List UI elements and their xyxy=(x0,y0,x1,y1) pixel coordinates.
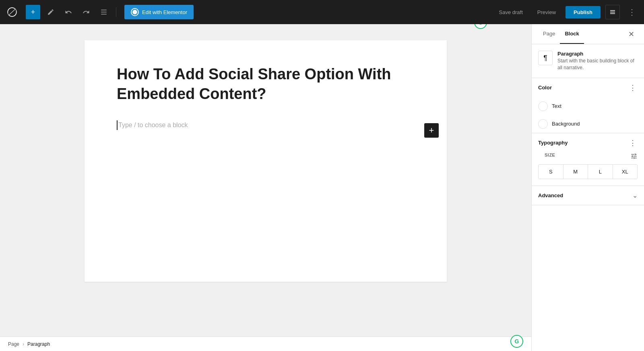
block-info: ¶ Paragraph Start with the basic buildin… xyxy=(532,44,644,78)
text-color-option: Text xyxy=(532,97,644,115)
sidebar-tabs: Page Block ✕ xyxy=(532,24,644,44)
wordpress-logo[interactable] xyxy=(5,5,19,19)
size-m-button[interactable]: M xyxy=(564,165,588,179)
block-placeholder[interactable]: Type / to choose a block xyxy=(117,120,415,130)
block-description: Start with the basic building block of a… xyxy=(557,58,638,71)
typography-section-title: Typography xyxy=(538,140,568,146)
list-view-button[interactable] xyxy=(97,5,111,19)
color-more-button[interactable]: ⋮ xyxy=(628,83,638,93)
advanced-chevron-icon: ⌄ xyxy=(632,192,638,199)
sidebar-close-button[interactable]: ✕ xyxy=(625,24,638,44)
redo-button[interactable] xyxy=(79,5,93,19)
background-color-label: Background xyxy=(552,121,580,127)
breadcrumb-paragraph[interactable]: Paragraph xyxy=(27,341,50,347)
size-label: SIZE xyxy=(538,153,561,161)
advanced-section: Advanced ⌄ xyxy=(532,186,644,205)
color-section-title: Color xyxy=(538,85,552,91)
more-options-button[interactable]: ⋮ xyxy=(625,5,639,19)
right-sidebar: Page Block ✕ ¶ Paragraph Start with the … xyxy=(531,24,644,351)
breadcrumb-page[interactable]: Page xyxy=(8,341,19,347)
tools-button[interactable] xyxy=(43,5,58,19)
tab-page[interactable]: Page xyxy=(538,24,560,44)
edit-with-elementor-button[interactable]: Edit with Elementor xyxy=(124,5,194,19)
size-buttons-group: S M L XL xyxy=(538,164,638,179)
elementor-icon xyxy=(131,8,139,16)
toolbar-divider xyxy=(116,7,116,17)
text-color-swatch[interactable] xyxy=(538,101,548,111)
breadcrumb-separator: › xyxy=(23,341,24,347)
add-block-button[interactable]: + xyxy=(26,5,40,19)
svg-point-0 xyxy=(132,10,137,14)
editor-canvas: G How To Add Social Share Option With Em… xyxy=(85,40,447,282)
grammarly-icon-top[interactable]: G xyxy=(474,24,487,29)
background-color-swatch[interactable] xyxy=(538,119,548,129)
block-area[interactable]: Type / to choose a block + xyxy=(117,120,415,140)
top-toolbar: + Edit with Elementor Save draft Preview… xyxy=(0,0,644,24)
elementor-btn-label: Edit with Elementor xyxy=(142,9,187,15)
background-color-option: Background xyxy=(532,115,644,133)
preview-button[interactable]: Preview xyxy=(533,6,561,19)
tab-block[interactable]: Block xyxy=(560,24,584,44)
advanced-title: Advanced xyxy=(538,192,563,198)
size-settings-button[interactable] xyxy=(630,153,638,161)
save-draft-button[interactable]: Save draft xyxy=(494,6,528,19)
size-s-button[interactable]: S xyxy=(539,165,564,179)
breadcrumb: Page › Paragraph xyxy=(0,337,531,351)
post-title[interactable]: How To Add Social Share Option With Embe… xyxy=(117,64,415,104)
add-block-inline-button[interactable]: + xyxy=(424,123,439,138)
color-section-header: Color ⋮ xyxy=(532,78,644,97)
block-details: Paragraph Start with the basic building … xyxy=(557,51,638,71)
paragraph-block-icon: ¶ xyxy=(538,51,553,65)
size-xl-button[interactable]: XL xyxy=(613,165,638,179)
size-l-button[interactable]: L xyxy=(588,165,613,179)
typography-section: Typography ⋮ SIZE S M L XL xyxy=(532,133,644,186)
block-name: Paragraph xyxy=(557,51,638,57)
editor-area: G How To Add Social Share Option With Em… xyxy=(0,24,531,351)
text-color-label: Text xyxy=(552,103,561,109)
color-section: Color ⋮ Text Background xyxy=(532,78,644,133)
toolbar-right-actions: Save draft Preview Publish ⋮ xyxy=(494,5,639,19)
view-toggle-button[interactable] xyxy=(605,5,620,19)
grammarly-bottom-icon[interactable]: G xyxy=(510,335,523,348)
undo-button[interactable] xyxy=(61,5,76,19)
advanced-section-header[interactable]: Advanced ⌄ xyxy=(532,186,644,205)
typography-section-header: Typography ⋮ xyxy=(532,133,644,153)
main-layout: G How To Add Social Share Option With Em… xyxy=(0,0,644,351)
typography-more-button[interactable]: ⋮ xyxy=(628,138,638,148)
publish-button[interactable]: Publish xyxy=(566,6,601,19)
